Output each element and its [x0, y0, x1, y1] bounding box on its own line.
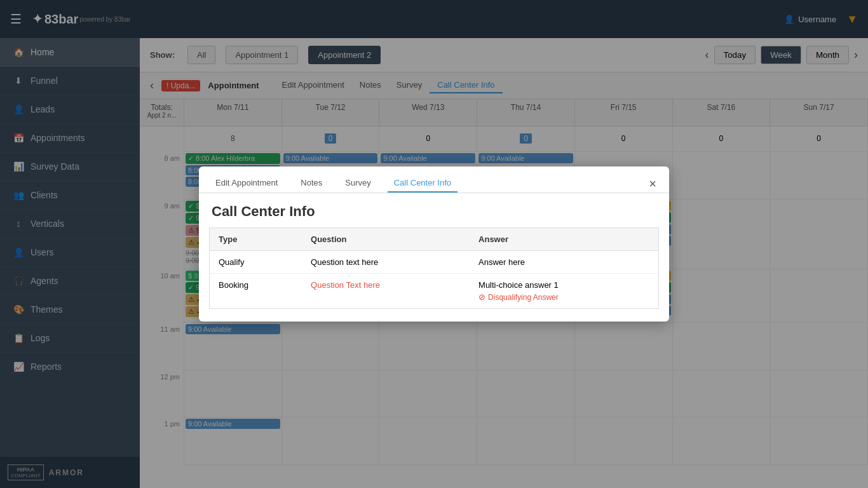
modal-close-btn[interactable]: ×: [646, 177, 659, 190]
row2-answer: Multi-choice answer 1 ⊘ Disqualifying An…: [470, 274, 658, 309]
col-header-answer: Answer: [470, 228, 658, 251]
error-icon: ⊘: [478, 292, 485, 302]
row1-type: Qualify: [210, 251, 302, 274]
col-header-type: Type: [210, 228, 302, 251]
table-row-qualify: Qualify Question text here Answer here: [210, 251, 659, 274]
disqualify-badge: ⊘ Disqualifying Answer: [478, 292, 649, 302]
call-center-modal: Edit Appointment Notes Survey Call Cente…: [199, 166, 669, 322]
modal-tab-callcenter[interactable]: Call Center Info: [388, 174, 458, 193]
row2-question: Question Text here: [302, 274, 470, 309]
modal-title: Call Center Info: [199, 193, 669, 227]
modal-tab-survey[interactable]: Survey: [339, 174, 377, 193]
modal-overlay[interactable]: Edit Appointment Notes Survey Call Cente…: [0, 0, 868, 488]
modal-tab-notes[interactable]: Notes: [294, 174, 329, 193]
row2-type: Booking: [210, 274, 302, 309]
row2-answer-text: Multi-choice answer 1: [478, 280, 649, 290]
modal-table: Type Question Answer Qualify Question te…: [209, 227, 659, 309]
row1-answer: Answer here: [470, 251, 658, 274]
modal-tab-edit[interactable]: Edit Appointment: [209, 174, 284, 193]
disqualify-text: Disqualifying Answer: [488, 293, 559, 302]
col-header-question: Question: [302, 228, 470, 251]
row2-question-text: Question Text here: [311, 280, 380, 290]
row1-question: Question text here: [302, 251, 470, 274]
modal-header-tabs: Edit Appointment Notes Survey Call Cente…: [199, 166, 669, 193]
table-row-booking: Booking Question Text here Multi-choice …: [210, 274, 659, 309]
